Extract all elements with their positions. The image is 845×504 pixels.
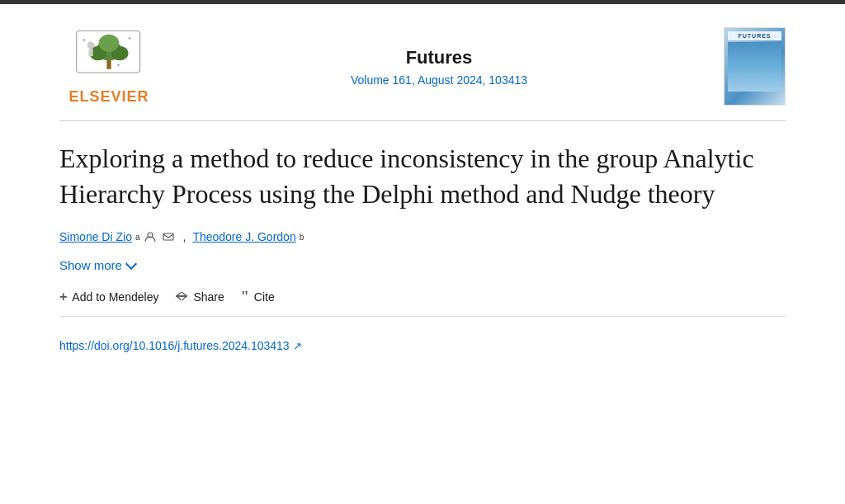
external-link-icon: ↗ (293, 340, 302, 352)
journal-name: Futures (158, 47, 720, 68)
doi-url-text: https://doi.org/10.1016/j.futures.2024.1… (59, 339, 290, 352)
svg-point-5 (99, 35, 120, 52)
author-email-icon[interactable] (163, 233, 174, 241)
plus-icon: + (59, 290, 67, 304)
doi-link[interactable]: https://doi.org/10.1016/j.futures.2024.1… (59, 339, 302, 352)
journal-volume: Volume 161, August 2024, 103413 (158, 73, 720, 87)
header-section: ✦ ✦ ✦ ELSEVIER Futures Volume 161, Augus… (59, 27, 786, 121)
svg-rect-13 (163, 233, 173, 240)
svg-point-6 (87, 42, 95, 49)
actions-section: + Add to Mendeley Share " Cite (59, 290, 786, 317)
show-more-section: Show more (59, 258, 786, 273)
svg-rect-8 (130, 27, 130, 28)
quote-icon: " (241, 290, 249, 304)
article-title: Exploring a method to reduce inconsisten… (59, 141, 786, 212)
svg-text:✦: ✦ (116, 63, 120, 68)
show-more-button[interactable]: Show more (59, 258, 135, 272)
svg-rect-7 (89, 49, 93, 56)
cite-label: Cite (254, 290, 275, 304)
author-simone-di-zio[interactable]: Simone Di Zio (59, 230, 132, 243)
show-more-label: Show more (59, 258, 122, 272)
doi-section: https://doi.org/10.1016/j.futures.2024.1… (59, 330, 786, 353)
share-button[interactable]: Share (175, 290, 224, 304)
svg-text:✦: ✦ (127, 35, 132, 42)
authors-section: Simone Di Zio a , Theodore J. Gordon b (59, 230, 786, 243)
elsevier-tree-icon: ✦ ✦ ✦ (72, 27, 146, 85)
share-label: Share (193, 290, 224, 304)
chevron-down-icon (125, 258, 137, 270)
add-to-mendeley-label: Add to Mendeley (72, 290, 158, 304)
svg-text:✦: ✦ (82, 37, 87, 44)
elsevier-logo: ✦ ✦ ✦ ELSEVIER (59, 27, 158, 106)
journal-cover[interactable]: FUTURES (720, 27, 786, 106)
page-container: ✦ ✦ ✦ ELSEVIER Futures Volume 161, Augus… (26, 4, 819, 370)
share-icon (175, 290, 188, 304)
journal-cover-decoration (728, 42, 781, 92)
journal-cover-image[interactable]: FUTURES (724, 27, 786, 106)
add-to-mendeley-button[interactable]: + Add to Mendeley (59, 290, 158, 304)
author-theodore-gordon[interactable]: Theodore J. Gordon (192, 230, 295, 243)
author-profile-icon[interactable] (144, 231, 156, 243)
cite-button[interactable]: " Cite (241, 290, 275, 304)
journal-cover-label: FUTURES (728, 31, 781, 40)
journal-info: Futures Volume 161, August 2024, 103413 (158, 47, 720, 87)
elsevier-wordmark: ELSEVIER (68, 88, 149, 106)
